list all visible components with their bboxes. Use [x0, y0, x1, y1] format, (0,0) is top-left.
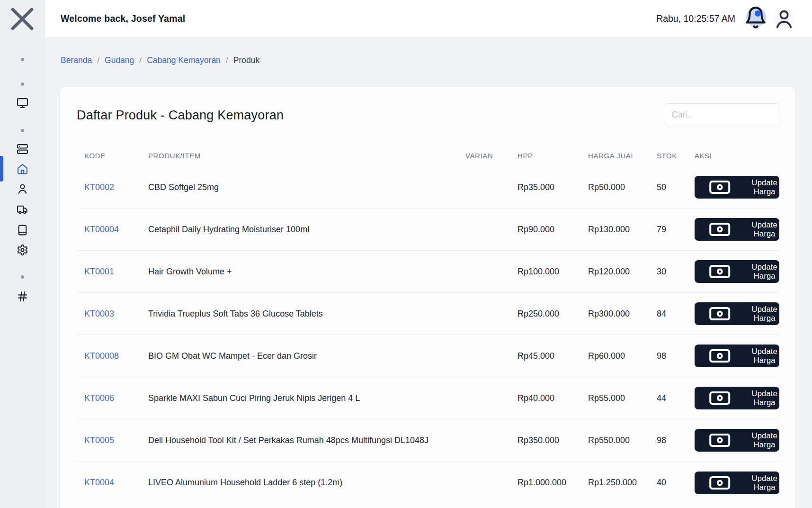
col-harga-jual: HARGA JUAL	[580, 152, 649, 160]
update-harga-label: Update Harga	[750, 474, 779, 492]
col-aksi: AKSI	[687, 152, 779, 160]
update-harga-button[interactable]: Update Harga	[695, 218, 779, 241]
sidebar-item-book[interactable]	[0, 224, 45, 236]
product-hpp: Rp100.000	[510, 267, 580, 277]
bell-icon	[742, 7, 766, 31]
table-row: KT0005 Deli Household Tool Kit / Set Per…	[77, 419, 779, 462]
sidebar-item-server[interactable]	[0, 143, 45, 155]
sidebar-item-settings[interactable]	[0, 244, 45, 256]
update-harga-button[interactable]: Update Harga	[695, 176, 779, 199]
monitor-icon	[17, 97, 28, 109]
server-icon	[17, 143, 28, 155]
user-icon	[17, 183, 28, 195]
product-stok: 50	[649, 182, 687, 192]
col-produk: PRODUK/ITEM	[141, 152, 458, 160]
notifications-button[interactable]	[742, 7, 766, 31]
welcome-text: Welcome back, Josef Yamal	[61, 13, 185, 24]
banknote-icon	[695, 302, 745, 325]
book-icon	[17, 224, 28, 236]
product-harga-jual: Rp550.000	[580, 435, 649, 445]
sidebar-item-hash[interactable]	[0, 290, 45, 302]
product-hpp: Rp90.000	[510, 225, 580, 235]
product-name: Sparkle MAXI Sabun Cuci Piring Jeruk Nip…	[141, 393, 458, 403]
update-harga-button[interactable]: Update Harga	[695, 345, 779, 367]
search-input[interactable]	[664, 103, 780, 126]
update-harga-label: Update Harga	[750, 389, 779, 407]
product-stok: 79	[649, 225, 687, 235]
update-harga-label: Update Harga	[750, 178, 779, 196]
product-code-link[interactable]: KT0005	[77, 435, 141, 445]
product-name: Trividia Trueplus Soft Tabs 36 Glucose T…	[141, 309, 458, 319]
breadcrumb-cabang-kemayoran[interactable]: Cabang Kemayoran	[147, 55, 221, 65]
product-code-link[interactable]: KT0002	[77, 182, 141, 192]
breadcrumb-separator: /	[97, 55, 99, 65]
profile-button[interactable]	[773, 8, 795, 30]
breadcrumb-separator: /	[139, 55, 142, 65]
sidebar-dot-4	[0, 275, 45, 279]
banknote-icon	[695, 176, 745, 199]
product-code-link[interactable]: KT0004	[77, 478, 141, 488]
breadcrumb-beranda[interactable]: Beranda	[61, 55, 92, 65]
product-code-link[interactable]: KT0006	[77, 393, 141, 403]
update-harga-button[interactable]: Update Harga	[695, 260, 779, 283]
sidebar-item-truck[interactable]	[0, 203, 45, 216]
table-row: KT0004 LIVEO Alumunium Household Ladder …	[77, 462, 779, 504]
update-harga-button[interactable]: Update Harga	[695, 387, 779, 409]
product-hpp: Rp35.000	[510, 182, 580, 192]
table-row: KT0006 Sparkle MAXI Sabun Cuci Piring Je…	[77, 377, 779, 419]
product-stok: 98	[649, 351, 687, 361]
product-harga-jual: Rp120.000	[580, 267, 649, 277]
close-icon[interactable]	[0, 0, 45, 38]
product-name: CBD Softgel 25mg	[141, 182, 458, 192]
col-hpp: HPP	[510, 152, 580, 160]
col-stok: STOK	[649, 152, 687, 160]
product-name: Cetaphil Daily Hydrating Moisturiser 100…	[141, 225, 458, 235]
product-hpp: Rp40.000	[510, 393, 580, 403]
update-harga-button[interactable]: Update Harga	[695, 302, 779, 325]
settings-icon	[17, 244, 28, 256]
table-row: KT00008 BIO GM Obat WC Mampet - Ecer dan…	[77, 335, 779, 377]
content-area: Beranda/Gudang/Cabang Kemayoran/Produk D…	[45, 38, 812, 508]
sidebar-item-home[interactable]	[0, 163, 45, 175]
update-harga-label: Update Harga	[750, 431, 779, 449]
banknote-icon	[695, 387, 745, 409]
product-code-link[interactable]: KT0001	[77, 267, 141, 277]
breadcrumb-separator: /	[226, 55, 228, 65]
notification-badge	[755, 10, 761, 17]
truck-icon	[17, 204, 28, 216]
table-row: KT00004 Cetaphil Daily Hydrating Moistur…	[77, 209, 779, 251]
product-hpp: Rp45.000	[510, 351, 580, 361]
update-harga-label: Update Harga	[750, 220, 779, 238]
banknote-icon	[695, 218, 745, 241]
update-harga-button[interactable]: Update Harga	[695, 472, 779, 494]
product-code-link[interactable]: KT0003	[77, 309, 141, 319]
product-card: Daftar Produk - Cabang Kemayoran KODE PR…	[60, 87, 795, 508]
product-code-link[interactable]: KT00008	[77, 351, 141, 361]
user-icon	[773, 8, 795, 30]
breadcrumb-gudang[interactable]: Gudang	[105, 55, 134, 65]
product-hpp: Rp1.000.000	[510, 478, 580, 488]
product-stok: 98	[649, 435, 687, 445]
update-harga-button[interactable]: Update Harga	[695, 429, 779, 452]
sidebar-item-user[interactable]	[0, 182, 45, 195]
table-row: KT0003 Trividia Trueplus Soft Tabs 36 Gl…	[77, 293, 779, 335]
sidebar-item-monitor[interactable]	[0, 97, 45, 109]
col-kode: KODE	[77, 152, 141, 160]
update-harga-label: Update Harga	[750, 263, 779, 281]
product-name: Hair Growth Volume +	[141, 267, 458, 277]
banknote-icon	[695, 345, 745, 367]
product-harga-jual: Rp130.000	[580, 225, 649, 235]
product-code-link[interactable]: KT00004	[77, 225, 141, 235]
product-stok: 40	[649, 478, 687, 488]
product-harga-jual: Rp60.000	[580, 351, 649, 361]
product-harga-jual: Rp55.000	[580, 393, 649, 403]
col-varian: VARIAN	[458, 152, 510, 160]
banknote-icon	[695, 260, 745, 283]
product-name: LIVEO Alumunium Household Ladder 6 step …	[141, 478, 458, 488]
product-stok: 30	[649, 267, 687, 277]
update-harga-label: Update Harga	[750, 347, 779, 365]
product-table: KODE PRODUK/ITEM VARIAN HPP HARGA JUAL S…	[77, 145, 779, 504]
datetime-text: Rabu, 10:25:57 AM	[656, 13, 735, 24]
sidebar-dot-1	[0, 58, 45, 61]
home-icon	[17, 163, 28, 175]
